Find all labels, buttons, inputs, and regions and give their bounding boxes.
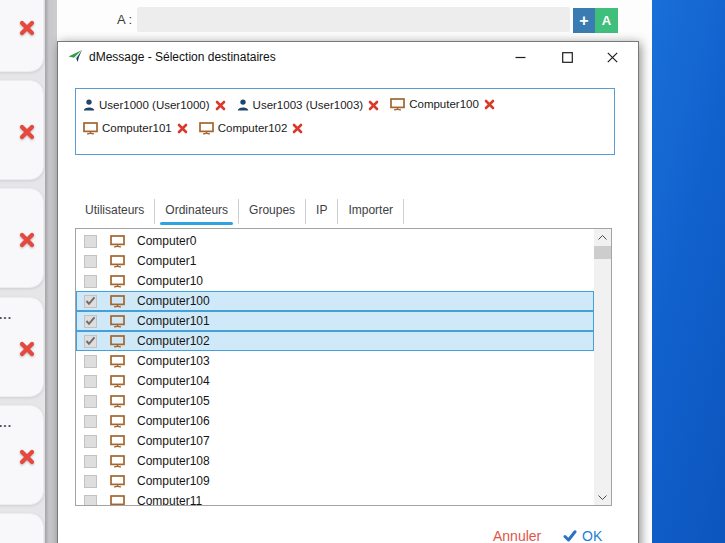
remove-recipient-icon[interactable] xyxy=(368,100,379,111)
computer-row[interactable]: Computer104 xyxy=(76,371,594,391)
to-field-input[interactable] xyxy=(137,7,570,32)
computer-name: Computer11 xyxy=(137,494,202,506)
computer-icon xyxy=(110,375,125,388)
remove-recipient-icon[interactable] xyxy=(215,100,226,111)
computer-row[interactable]: Computer108 xyxy=(76,451,594,471)
notification-card: ... xyxy=(0,405,44,505)
desktop-wallpaper xyxy=(652,0,725,543)
user-icon xyxy=(83,99,95,111)
card-ellipsis-text: ... xyxy=(0,308,12,322)
computer-name: Computer0 xyxy=(137,234,196,248)
close-button[interactable] xyxy=(594,42,630,72)
notification-card: ... xyxy=(0,297,44,397)
tab[interactable]: Importer xyxy=(338,199,404,224)
tab-label: Importer xyxy=(348,203,393,217)
recipient-chip: Computer100 xyxy=(390,94,495,115)
computer-name: Computer106 xyxy=(137,414,210,428)
computer-icon xyxy=(83,122,98,135)
scrollbar-thumb[interactable] xyxy=(594,246,611,259)
computer-icon xyxy=(110,315,125,328)
row-checkbox[interactable] xyxy=(84,415,97,428)
screen: ... ... xyxy=(0,0,725,543)
remove-recipient-icon[interactable] xyxy=(484,99,495,110)
compose-top-bar: A : + A xyxy=(57,0,652,41)
computer-name: Computer107 xyxy=(137,434,210,448)
computer-row[interactable]: Computer109 xyxy=(76,471,594,491)
computer-icon xyxy=(110,295,125,308)
computer-row[interactable]: Computer107 xyxy=(76,431,594,451)
tab-label: IP xyxy=(316,203,327,217)
computer-row[interactable]: Computer1 xyxy=(76,251,594,271)
row-checkbox[interactable] xyxy=(84,295,97,308)
tab-label: Ordinateurs xyxy=(165,203,228,217)
tab[interactable]: Groupes xyxy=(239,199,306,224)
tab-label: Utilisateurs xyxy=(85,203,144,217)
row-checkbox[interactable] xyxy=(84,355,97,368)
maximize-button[interactable] xyxy=(549,42,585,72)
computer-icon xyxy=(110,455,125,468)
row-checkbox[interactable] xyxy=(84,475,97,488)
window-edge-strip xyxy=(45,0,57,543)
tab[interactable]: IP xyxy=(306,199,338,224)
computer-row[interactable]: Computer0 xyxy=(76,231,594,251)
row-checkbox[interactable] xyxy=(84,435,97,448)
computer-row[interactable]: Computer106 xyxy=(76,411,594,431)
computer-row[interactable]: Computer100 xyxy=(76,291,594,311)
remove-recipient-icon[interactable] xyxy=(177,123,188,134)
tab[interactable]: Utilisateurs xyxy=(75,199,155,224)
dismiss-icon[interactable] xyxy=(19,232,35,248)
computer-icon xyxy=(110,335,125,348)
add-recipient-button[interactable]: + xyxy=(573,8,595,33)
row-checkbox[interactable] xyxy=(84,335,97,348)
row-checkbox[interactable] xyxy=(84,315,97,328)
remove-recipient-icon[interactable] xyxy=(292,123,303,134)
recipient-label: Computer102 xyxy=(218,118,288,139)
minimize-button[interactable] xyxy=(502,42,538,72)
row-checkbox[interactable] xyxy=(84,455,97,468)
ok-button[interactable]: OK xyxy=(563,528,602,543)
computer-row[interactable]: Computer105 xyxy=(76,391,594,411)
row-checkbox[interactable] xyxy=(84,235,97,248)
computer-row[interactable]: Computer101 xyxy=(76,311,594,331)
dmessage-app-icon xyxy=(68,49,83,63)
category-tabs: Utilisateurs Ordinateurs Groupes IP Impo… xyxy=(75,199,404,224)
notification-card xyxy=(0,80,44,180)
row-checkbox[interactable] xyxy=(84,255,97,268)
computers-rows: Computer0 xyxy=(76,231,594,506)
dialog-title-bar[interactable]: dMessage - Sélection destinataires xyxy=(58,42,638,72)
computer-icon xyxy=(110,435,125,448)
user-icon xyxy=(237,99,249,111)
address-book-button[interactable]: A xyxy=(595,8,618,33)
dismiss-icon[interactable] xyxy=(19,341,35,357)
dialog-footer: Annuler OK xyxy=(58,528,638,543)
computer-row[interactable]: Computer102 xyxy=(76,331,594,351)
recipient-label: User1003 (User1003) xyxy=(253,95,364,116)
computer-icon xyxy=(110,475,125,488)
scroll-up-icon[interactable] xyxy=(594,229,611,245)
computer-name: Computer108 xyxy=(137,454,210,468)
computer-icon xyxy=(390,98,405,111)
ok-label: OK xyxy=(582,528,602,543)
dismiss-icon[interactable] xyxy=(19,124,35,140)
row-checkbox[interactable] xyxy=(84,395,97,408)
computer-row[interactable]: Computer10 xyxy=(76,271,594,291)
recipient-chip: User1000 (User1000) xyxy=(83,95,226,116)
computer-icon xyxy=(110,235,125,248)
computer-row[interactable]: Computer103 xyxy=(76,351,594,371)
computer-name: Computer104 xyxy=(137,374,210,388)
cancel-button[interactable]: Annuler xyxy=(493,528,541,543)
row-checkbox[interactable] xyxy=(84,275,97,288)
dismiss-icon[interactable] xyxy=(19,20,35,36)
row-checkbox[interactable] xyxy=(84,375,97,388)
computer-icon xyxy=(110,415,125,428)
tab[interactable]: Ordinateurs xyxy=(155,199,239,224)
computer-name: Computer102 xyxy=(137,334,210,348)
ok-check-icon xyxy=(563,530,577,542)
list-scrollbar[interactable] xyxy=(594,229,611,505)
scroll-down-icon[interactable] xyxy=(594,489,611,505)
row-checkbox[interactable] xyxy=(84,495,97,507)
dismiss-icon[interactable] xyxy=(19,449,35,465)
computer-row[interactable]: Computer11 xyxy=(76,491,594,506)
computer-name: Computer1 xyxy=(137,254,196,268)
computer-name: Computer10 xyxy=(137,274,203,288)
